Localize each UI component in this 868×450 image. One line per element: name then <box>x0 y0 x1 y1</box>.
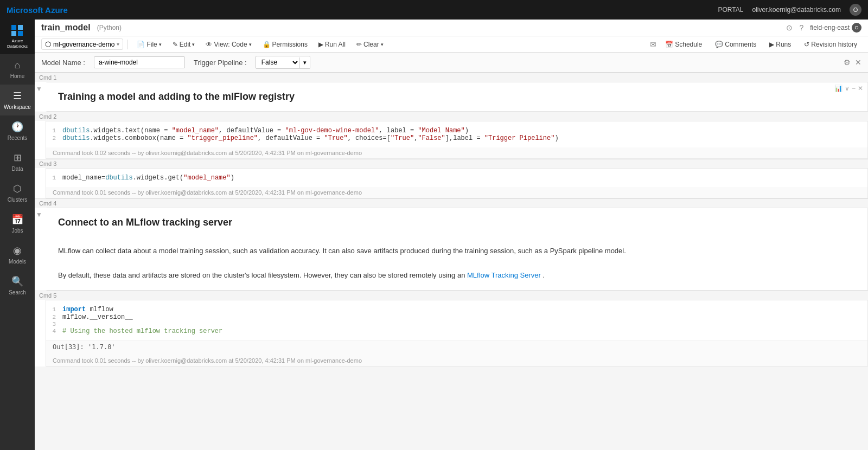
view-button[interactable]: 👁 View: Code ▾ <box>201 39 256 50</box>
revision-button[interactable]: ↺ Revision history <box>800 39 861 50</box>
chart-icon[interactable]: 📊 <box>834 85 843 92</box>
view-icon: 👁 <box>206 41 212 48</box>
revision-label: Revision history <box>811 41 857 48</box>
sidebar-item-data[interactable]: ⊞ Data <box>0 146 35 177</box>
cell-cmd2: Cmd 2 1 dbutils.widgets.text(name = "mod… <box>35 112 868 159</box>
permissions-button[interactable]: 🔒 Permissions <box>258 39 312 50</box>
sidebar-item-azure-databricks[interactable]: AzureDatabricks <box>0 20 35 54</box>
file-label: File <box>146 41 157 48</box>
minimize-icon[interactable]: − <box>852 85 856 92</box>
edit-label: Edit <box>180 41 191 48</box>
portal-link[interactable]: PORTAL <box>718 6 744 14</box>
cell-collapse-4[interactable]: ▼ <box>35 211 44 218</box>
code-line: 4 # Using the hosted mlflow tracking ser… <box>46 327 867 335</box>
trigger-pipeline-dropdown-btn[interactable]: ▾ <box>299 57 310 68</box>
brand-label: Microsoft Azure <box>7 5 68 15</box>
code-line: 1 model_name=dbutils.widgets.get("model_… <box>46 174 867 182</box>
model-name-input[interactable] <box>94 56 185 68</box>
settings-icon[interactable]: ⚙ <box>844 58 851 67</box>
sidebar-item-home[interactable]: ⌂ Home <box>0 54 35 85</box>
sidebar-item-workspace-label: Workspace <box>4 104 31 110</box>
expand-icon[interactable]: ∨ <box>845 85 850 92</box>
cell-header-4: Cmd 4 <box>35 198 868 208</box>
sidebar-item-workspace[interactable]: ☰ Workspace <box>0 85 35 115</box>
clear-button[interactable]: ✏ Clear ▾ <box>352 39 388 50</box>
cell-2-code: 1 dbutils.widgets.text(name = "model_nam… <box>46 121 867 147</box>
email-icon: ✉ <box>650 40 656 49</box>
sidebar-item-home-label: Home <box>10 73 25 79</box>
clear-icon: ✏ <box>356 41 362 48</box>
schedule-label: Schedule <box>675 41 702 48</box>
view-label: View: Code <box>214 41 247 48</box>
cell-5-timing: Command took 0.01 seconds -- by oliver.k… <box>46 355 867 366</box>
notebook-title: train_model <box>41 23 91 33</box>
help-icon[interactable]: ? <box>799 23 803 32</box>
code-line: 1 dbutils.widgets.text(name = "model_nam… <box>46 127 867 134</box>
workspace-icon: ☰ <box>13 90 22 102</box>
trigger-pipeline-label: Trigger Pipeline : <box>194 59 247 67</box>
run-all-button[interactable]: ▶ Run All <box>314 39 350 50</box>
cell-header-1: Cmd 1 <box>35 73 868 82</box>
permissions-label: Permissions <box>272 41 308 48</box>
cell-collapse-1[interactable]: ▼ <box>35 85 44 93</box>
action-bar-right: ✉ 📅 Schedule 💬 Comments ▶ Runs ↺ Revisio… <box>650 39 861 50</box>
comments-button[interactable]: 💬 Comments <box>711 39 761 50</box>
widget-bar: Model Name : Trigger Pipeline : False Tr… <box>35 53 868 73</box>
sidebar-item-clusters-label: Clusters <box>8 197 28 203</box>
home-icon: ⌂ <box>15 60 21 71</box>
user-small-avatar: O <box>852 23 861 33</box>
mlflow-tracking-link[interactable]: MLflow Tracking Server <box>467 271 541 279</box>
cell-header-5: Cmd 5 <box>35 291 868 300</box>
cell-header-3: Cmd 3 <box>35 159 868 168</box>
file-button[interactable]: 📄 File ▾ <box>132 39 165 50</box>
cluster-selector[interactable]: ⬡ ml-governance-demo ▾ <box>41 38 123 50</box>
cell-1-heading: Training a model and adding to the mlFlo… <box>47 82 867 111</box>
clear-dropdown-icon: ▾ <box>381 42 384 47</box>
close-icon[interactable]: ✕ <box>858 85 863 92</box>
code-line: 3 <box>46 321 867 327</box>
run-icon: ▶ <box>318 41 323 48</box>
sidebar: AzureDatabricks ⌂ Home ☰ Workspace 🕐 Rec… <box>0 20 35 450</box>
schedule-button[interactable]: 📅 Schedule <box>661 39 706 50</box>
cell-header-2: Cmd 2 <box>35 112 868 121</box>
cell-5-code: 1 import mlflow 2 mlflow.__version__ 3 <box>46 300 867 340</box>
notebook-body: Cmd 1 ▼ 📊 ∨ − ✕ Training a model and add… <box>35 73 868 450</box>
cluster-icon: ⬡ <box>45 40 51 48</box>
code-line: 1 import mlflow <box>46 306 867 313</box>
notebook-titlebar: train_model (Python) ⊙ ? field-eng-east … <box>35 20 868 36</box>
user-avatar: O <box>850 4 861 16</box>
workspace-badge: field-eng-east O <box>810 23 861 33</box>
main-layout: AzureDatabricks ⌂ Home ☰ Workspace 🕐 Rec… <box>0 20 868 450</box>
cell-4-body2-prefix: By default, these data and artifacts are… <box>58 271 467 279</box>
file-icon: 📄 <box>137 41 145 48</box>
trigger-pipeline-select[interactable]: False True <box>256 56 299 68</box>
cell-4-body2-suffix: . <box>542 271 545 279</box>
topbar: Microsoft Azure PORTAL oliver.koernig@da… <box>0 0 868 20</box>
view-dropdown-icon: ▾ <box>249 42 252 47</box>
code-line: 2 mlflow.__version__ <box>46 313 867 321</box>
revision-icon: ↺ <box>804 41 809 48</box>
widget-close-icon[interactable]: ✕ <box>855 58 861 67</box>
cell-4-body1: MLflow can collect data about a model tr… <box>47 237 867 266</box>
cell-2-timing: Command took 0.02 seconds -- by oliver.k… <box>46 147 867 158</box>
cluster-name: ml-governance-demo <box>53 41 114 48</box>
cell-cmd5: Cmd 5 1 import mlflow 2 mlflow.__version… <box>35 291 868 367</box>
clear-label: Clear <box>363 41 379 48</box>
runs-button[interactable]: ▶ Runs <box>765 39 795 50</box>
edit-button[interactable]: ✎ Edit ▾ <box>168 39 200 50</box>
sidebar-item-models-label: Models <box>9 259 26 265</box>
cell-cmd3: Cmd 3 1 model_name=dbutils.widgets.get("… <box>35 159 868 198</box>
sidebar-item-recents[interactable]: 🕐 Recents <box>0 115 35 146</box>
cell-3-code: 1 model_name=dbutils.widgets.get("model_… <box>46 169 867 187</box>
edit-icon: ✎ <box>173 41 178 48</box>
sidebar-item-search[interactable]: 🔍 Search <box>0 270 35 301</box>
sidebar-item-clusters[interactable]: ⬡ Clusters <box>0 177 35 208</box>
cell-5-output: Out[33]: '1.7.0' <box>46 340 867 355</box>
sidebar-item-jobs[interactable]: 📅 Jobs <box>0 208 35 239</box>
user-label: oliver.koernig@databricks.com <box>752 6 841 14</box>
sidebar-item-models[interactable]: ◉ Models <box>0 239 35 270</box>
jobs-icon: 📅 <box>11 214 23 226</box>
workspace-icon-sm: field-eng-east <box>810 24 850 31</box>
cell-actions-1: 📊 ∨ − ✕ <box>834 85 863 92</box>
cell-4-body1-text: MLflow can collect data about a model tr… <box>58 247 626 255</box>
